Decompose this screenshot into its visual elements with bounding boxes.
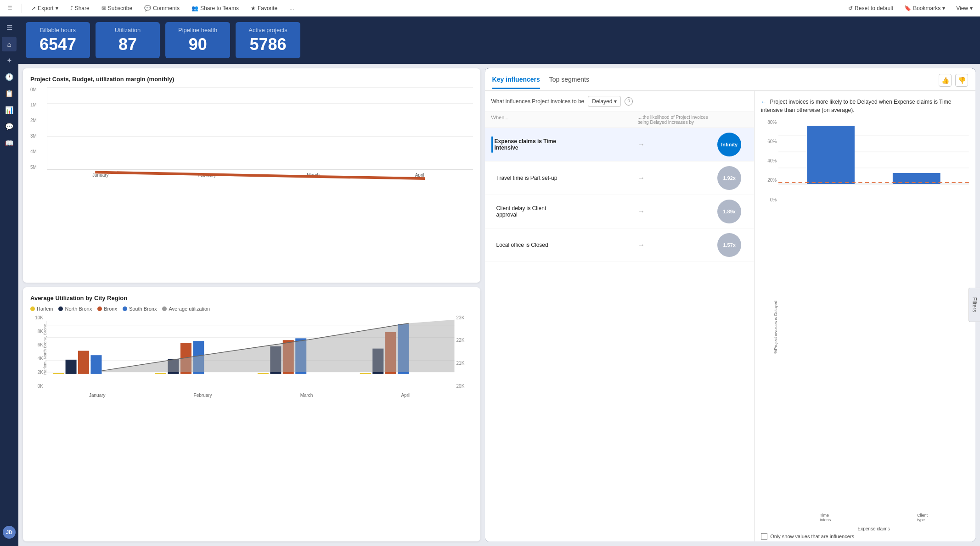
ki-legend-text: Only show values that are influencers	[770, 534, 854, 539]
ki-arrow-1: →	[637, 174, 645, 182]
kpi-header: Billable hours 6547 Utilization 87 Pipel…	[18, 17, 980, 64]
bookmarks-chevron-icon: ▾	[942, 5, 945, 11]
main-layout: ☰ ⌂ ✦ 🕐 📋 📊 💬 📖 JD Billable hours 6547 U…	[0, 17, 980, 546]
ki-detail: ← Project invoices is more likely to be …	[755, 91, 975, 541]
favorite-button[interactable]: ★ Favorite	[248, 3, 280, 13]
more-button[interactable]: ...	[287, 3, 297, 13]
kpi-card-pipeline[interactable]: Pipeline health 90	[165, 22, 230, 58]
util-yr-23: 23K	[456, 315, 473, 320]
ki-col3-header	[711, 115, 748, 125]
ki-detail-y-labels: 0% 20% 40% 60% 80%	[761, 120, 777, 202]
ki-detail-legend: Only show values that are influencers	[761, 533, 969, 540]
ki-row-1-bubble-col: 1.92x	[711, 166, 748, 190]
sidebar-item-home[interactable]: ⌂	[2, 37, 17, 51]
ki-list: What influences Project invoices to be D…	[485, 91, 755, 541]
kpi-value-pipeline: 90	[178, 35, 217, 54]
monthly-chart-title: Project Costs, Budget, utilization margi…	[30, 76, 473, 83]
sidebar-item-recent[interactable]: 🕐	[2, 70, 17, 84]
ki-legend-checkbox[interactable]	[761, 533, 767, 540]
user-avatar[interactable]: JD	[3, 526, 16, 539]
legend-bronx: Bronx	[97, 306, 117, 312]
share-button[interactable]: ⤴ Share	[68, 3, 92, 13]
ki-back-arrow: ←	[761, 99, 766, 105]
monthly-chart-area: 5M 4M 3M 2M 1M 0M	[30, 87, 473, 179]
util-y-0: 0K	[30, 384, 43, 389]
right-panel: Key influencers Top segments 👍 👎 What in	[485, 68, 975, 541]
view-button[interactable]: View ▾	[953, 3, 975, 13]
legend-dot-harlem	[30, 306, 35, 311]
sidebar: ☰ ⌂ ✦ 🕐 📋 📊 💬 📖 JD	[0, 17, 18, 546]
thumbs-down-button[interactable]: 👎	[955, 74, 968, 87]
ki-detail-text: ← Project invoices is more likely to be …	[761, 98, 969, 114]
util-y-10: 10K	[30, 315, 43, 320]
ki-row-0[interactable]: Expense claims is Timeintensive → Infini…	[485, 128, 755, 162]
ki-row-2-col2: →	[637, 207, 711, 216]
ki-row-1[interactable]: Travel time is Part set-up → 1.92x	[485, 162, 755, 195]
bookmarks-button[interactable]: 🔖 Bookmarks ▾	[901, 3, 948, 13]
legend-harlem: Harlem	[30, 306, 53, 312]
left-panels: Project Costs, Budget, utilization margi…	[23, 68, 480, 541]
reset-button[interactable]: ↺ Reset to default	[845, 3, 896, 13]
tab-top-segments[interactable]: Top segments	[549, 76, 589, 89]
sidebar-item-learn[interactable]: 📖	[2, 136, 17, 150]
comments-button[interactable]: 💬 Comments	[141, 3, 182, 13]
legend-northbronx: North Bronx	[58, 306, 92, 312]
kpi-value-billable: 6547	[39, 35, 77, 54]
ki-row-1-col2: →	[637, 174, 711, 182]
ki-row-3-label: Local office is Closed	[496, 242, 638, 248]
ki-content: What influences Project invoices to be D…	[485, 91, 975, 541]
sidebar-item-favorites[interactable]: ✦	[2, 53, 17, 68]
bar-label-feb: February	[197, 173, 216, 178]
util-yr-21: 21K	[456, 361, 473, 366]
ki-filter-dropdown[interactable]: Delayed ▾	[588, 96, 621, 107]
ki-filter-row: What influences Project invoices to be D…	[485, 91, 755, 112]
ki-row-3-col2: →	[637, 241, 711, 249]
monthly-y-labels: 5M 4M 3M 2M 1M 0M	[30, 87, 45, 170]
share-teams-button[interactable]: 👥 Share to Teams	[189, 3, 242, 13]
util-x-apr: April	[401, 393, 410, 398]
svg-rect-17	[360, 373, 371, 374]
ki-help-button[interactable]: ?	[625, 97, 633, 106]
reset-icon: ↺	[848, 5, 853, 11]
ki-row-3[interactable]: Local office is Closed → 1.57x	[485, 228, 755, 262]
comments-icon: 💬	[144, 5, 151, 11]
ki-bubble-2: 1.89x	[717, 200, 741, 223]
ki-row-0-text: Expense claims is Timeintensive	[495, 138, 557, 151]
sidebar-item-apps[interactable]: 📋	[2, 86, 17, 101]
sidebar-item-menu[interactable]: ☰	[2, 20, 17, 35]
util-y-4: 4K	[30, 356, 43, 361]
ki-y-axis-title: %Project invoices is Delayed	[773, 300, 778, 355]
thumbs-up-button[interactable]: 👍	[939, 74, 952, 87]
util-chart-svg	[45, 315, 455, 386]
kpi-card-utilization[interactable]: Utilization 87	[96, 22, 160, 58]
svg-rect-9	[155, 373, 166, 374]
legend-dot-northbronx	[58, 306, 63, 311]
util-x-labels: January February March April	[45, 393, 455, 398]
tab-key-influencers[interactable]: Key influencers	[492, 76, 540, 89]
export-chevron-icon: ▾	[56, 5, 58, 11]
svg-rect-8	[90, 355, 101, 374]
dashboard-body: Project Costs, Budget, utilization margi…	[18, 64, 980, 546]
util-yr-20: 20K	[456, 384, 473, 389]
filters-handle[interactable]: Filters	[969, 288, 980, 322]
ki-y-20: 20%	[761, 178, 777, 183]
menu-button[interactable]: ☰	[5, 3, 15, 13]
util-y-labels: 0K 2K 4K 6K 8K 10K	[30, 315, 44, 389]
kpi-card-projects[interactable]: Active projects 5786	[236, 22, 300, 58]
legend-label-northbronx: North Bronx	[65, 306, 92, 312]
kpi-label-billable: Billable hours	[39, 27, 77, 33]
kpi-card-billable[interactable]: Billable hours 6547	[26, 22, 90, 58]
export-button[interactable]: ↗ Export ▾	[28, 3, 61, 13]
sidebar-item-chat[interactable]: 💬	[2, 119, 17, 134]
subscribe-button[interactable]: ✉ Subscribe	[99, 3, 135, 13]
share-icon: ⤴	[70, 5, 73, 11]
sidebar-item-explore[interactable]: 📊	[2, 103, 17, 117]
ki-bar-indicator-0	[491, 136, 493, 153]
ki-bubble-3: 1.57x	[717, 233, 741, 257]
content-area: Billable hours 6547 Utilization 87 Pipel…	[18, 17, 980, 546]
ki-row-2[interactable]: Client delay is Clientapproval → 1.89x	[485, 195, 755, 228]
toolbar-left: ☰ ↗ Export ▾ ⤴ Share ✉ Subscribe 💬 Comme…	[5, 3, 838, 13]
monthly-chart-panel: Project Costs, Budget, utilization margi…	[23, 68, 480, 283]
bookmark-icon: 🔖	[904, 5, 911, 11]
ki-col1-header: When...	[491, 115, 638, 125]
